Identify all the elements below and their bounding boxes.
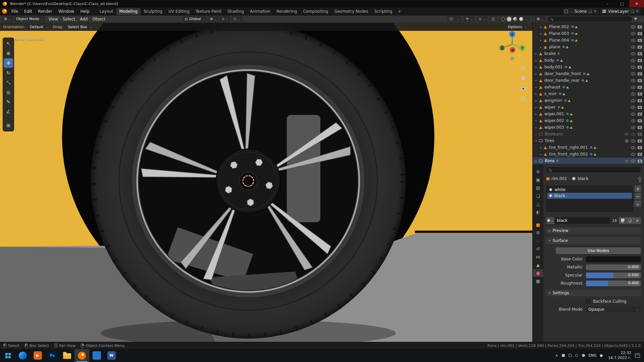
disable-in-renders-icon[interactable] (638, 113, 642, 116)
render-tab[interactable]: ▣ (533, 176, 543, 184)
use-nodes-button[interactable]: Use Nodes (556, 247, 641, 254)
expand-arrow-icon[interactable]: ▸ (539, 46, 543, 49)
workspace-tab[interactable]: Compositing (300, 8, 331, 15)
filter-icon[interactable] (634, 18, 637, 20)
solid-shading-button[interactable] (507, 17, 511, 21)
physics-tab[interactable]: ↺ (533, 245, 543, 253)
hide-in-viewport-icon[interactable] (631, 133, 635, 136)
options-button[interactable]: Options ⌄ (505, 24, 529, 30)
3d-viewport[interactable]: Z Y X (0, 23, 532, 342)
tray-icon[interactable] (582, 354, 585, 357)
disable-in-renders-icon[interactable] (638, 133, 642, 136)
particles-tab[interactable]: ∴ (533, 237, 543, 245)
workspace-tab[interactable]: Layout (97, 8, 116, 15)
menu-item[interactable]: File (8, 8, 21, 14)
workspace-tab[interactable]: Geometry Nodes (331, 8, 371, 15)
tray-icon[interactable] (562, 354, 565, 357)
hide-in-viewport-icon[interactable] (631, 25, 635, 28)
disable-in-renders-icon[interactable] (638, 153, 642, 156)
pan-hand-button[interactable] (522, 76, 525, 80)
show-overlays-toggle[interactable]: ◇ ⌄ (477, 16, 487, 22)
word-app[interactable]: W (104, 349, 119, 362)
expand-arrow-icon[interactable]: ▸ (539, 153, 543, 156)
blend-mode-dropdown[interactable]: Opaque ⌄ (586, 306, 641, 312)
hide-in-viewport-icon[interactable] (631, 46, 635, 49)
output-tab[interactable]: ▤ (533, 184, 543, 192)
outliner-row[interactable]: ▸ exhaust ⚙ (533, 84, 644, 90)
outliner-row[interactable]: ▾ Tires ⚙ (533, 137, 644, 144)
breadcrumb-material[interactable]: black (578, 176, 588, 181)
expand-arrow-icon[interactable]: ▸ (534, 99, 538, 102)
language-indicator[interactable]: ENG (589, 353, 597, 358)
expand-arrow-icon[interactable]: ▸ (534, 133, 538, 136)
outliner-row[interactable]: ▸ wiper.001 ⚙ (533, 111, 644, 117)
hide-in-viewport-icon[interactable] (631, 139, 635, 142)
hide-in-viewport-icon[interactable] (631, 79, 635, 82)
new-viewlayer-icon[interactable]: ❏ (631, 9, 634, 13)
view-layer-tab[interactable]: ❏ (533, 192, 543, 200)
collection-checkbox[interactable] (625, 139, 629, 143)
material-preview-button[interactable] (513, 17, 517, 21)
expand-arrow-icon[interactable]: ▸ (534, 79, 538, 82)
collection-checkbox[interactable] (625, 159, 629, 163)
maximize-button[interactable]: □ (614, 0, 629, 7)
outliner-row[interactable]: ▸ tire_front_right.002 ⚙ (533, 151, 644, 158)
disable-in-renders-icon[interactable] (638, 79, 642, 82)
slot-specials-button[interactable]: ⌄ (635, 200, 641, 207)
hide-in-viewport-icon[interactable] (631, 39, 635, 42)
hide-in-viewport-icon[interactable] (631, 86, 635, 89)
expand-arrow-icon[interactable]: ▸ (539, 32, 543, 35)
hide-in-viewport-icon[interactable] (631, 113, 635, 116)
pin-icon[interactable] (638, 177, 641, 180)
viewlayer-selector[interactable]: ViewLayer ❏ ✕ (600, 8, 641, 14)
rotate-tool[interactable]: ↻ (4, 68, 13, 77)
disable-in-renders-icon[interactable] (638, 32, 642, 35)
outliner-row[interactable]: ▸ Plane.004 ⚙ (533, 37, 644, 44)
outliner-row[interactable]: ▸ s_mirr ⚙ (533, 90, 644, 97)
minimize-button[interactable]: – (600, 0, 614, 7)
media-player-app[interactable]: ▶ (30, 349, 45, 362)
menu-item[interactable]: Help (77, 8, 92, 14)
scene-selector[interactable]: ⌄ Scene ❏ ✕ (562, 8, 599, 14)
viewport-menu-item[interactable]: View (46, 16, 60, 22)
start-button[interactable] (1, 349, 15, 362)
code-app[interactable] (89, 349, 104, 362)
hide-in-viewport-icon[interactable] (631, 106, 635, 109)
disable-in-renders-icon[interactable] (638, 126, 642, 129)
add-slot-button[interactable]: + (635, 186, 641, 192)
expand-arrow-icon[interactable]: ▾ (534, 139, 538, 142)
rendered-shading-button[interactable] (519, 17, 523, 21)
material-users-count[interactable]: 18 (610, 217, 619, 224)
outliner-row[interactable]: ▸ Rims 8 ⚙ (533, 158, 644, 164)
snap-toggle[interactable]: ∩ ⌄ (220, 16, 230, 22)
menu-item[interactable]: Render (35, 8, 55, 14)
new-material-button[interactable]: ❏ (626, 217, 634, 224)
editor-type-button[interactable]: ⊞ ⌄ (2, 16, 13, 22)
unlink-material-button[interactable]: ✕ (634, 217, 641, 224)
workspace-tab[interactable]: Modeling (116, 8, 141, 15)
hide-in-viewport-icon[interactable] (631, 160, 635, 163)
orientation-dropdown[interactable]: Default ⌄ (28, 24, 51, 30)
outliner-row[interactable]: ▸ wiper.002 ⚙ (533, 117, 644, 124)
disable-in-renders-icon[interactable] (638, 146, 642, 149)
roughness-slider[interactable]: 0.400 (586, 281, 641, 286)
material-name-input[interactable]: black (554, 217, 610, 224)
backface-culling-checkbox[interactable] (586, 299, 590, 304)
select-box-tool[interactable]: ↖ (4, 39, 13, 48)
texture-tab[interactable]: ▩ (533, 277, 543, 285)
object-visibility-dropdown[interactable]: ⌄ (447, 16, 462, 22)
remove-slot-button[interactable]: − (635, 193, 641, 199)
object-tab[interactable]: ■ (533, 221, 543, 229)
outliner-row[interactable]: ▸ wiper.003 ⚙ (533, 124, 644, 131)
outliner-row[interactable]: ▸ body.001 ⚙ (533, 64, 644, 70)
hide-in-viewport-icon[interactable] (631, 126, 635, 129)
workspace-tab[interactable]: Sculpting (141, 8, 165, 15)
disable-in-renders-icon[interactable] (638, 39, 642, 42)
hide-in-viewport-icon[interactable] (631, 59, 635, 62)
viewport-canvas[interactable]: Z Y X (0, 23, 532, 342)
surface-section-header[interactable]: ▾ Surface (546, 237, 641, 244)
outliner-row[interactable]: ▸ door_handle_rear ⚙ (533, 77, 644, 84)
collection-checkbox[interactable] (625, 132, 629, 136)
workspace-tab[interactable]: Rendering (273, 8, 300, 15)
outliner-row[interactable]: ▸ door_handle_front ⚙ (533, 70, 644, 77)
